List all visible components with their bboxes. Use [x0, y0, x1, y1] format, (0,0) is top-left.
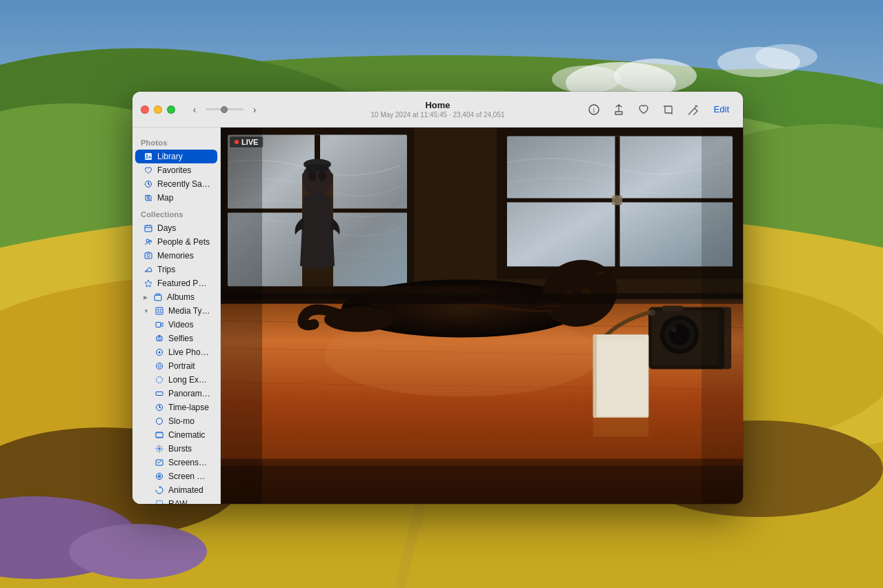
svg-rect-26	[665, 106, 672, 113]
svg-rect-69	[157, 501, 163, 505]
sidebar-item-people-pets[interactable]: People & Pets	[135, 235, 217, 249]
svg-point-112	[671, 327, 677, 332]
share-button[interactable]	[609, 100, 628, 119]
info-button[interactable]: i	[584, 100, 604, 119]
svg-rect-83	[612, 196, 622, 205]
edit-button[interactable]: Edit	[708, 101, 735, 117]
screenshots-icon	[155, 458, 164, 467]
sidebar-item-videos[interactable]: Videos	[141, 318, 217, 332]
library-label: Library	[157, 152, 183, 161]
sidebar-item-bursts[interactable]: Bursts	[141, 442, 217, 456]
trips-icon	[143, 265, 153, 274]
sidebar-item-raw[interactable]: RAW	[141, 497, 217, 504]
favorite-button[interactable]	[634, 100, 653, 119]
svg-rect-44	[156, 294, 160, 295]
sidebar-item-portrait[interactable]: Portrait	[141, 359, 217, 373]
nav-forward-button[interactable]: ›	[246, 101, 263, 118]
svg-rect-118	[597, 336, 646, 338]
sidebar-item-albums[interactable]: ▶ Albums	[135, 290, 217, 304]
svg-point-68	[158, 475, 161, 478]
live-badge-text: LIVE	[241, 138, 258, 146]
sidebar-item-favorites[interactable]: Favorites	[135, 163, 217, 177]
svg-rect-29	[145, 153, 152, 160]
svg-rect-91	[307, 165, 328, 172]
svg-point-65	[158, 447, 161, 450]
svg-rect-45	[156, 307, 163, 314]
slo-mo-icon	[155, 416, 164, 426]
screen-recording-icon	[155, 472, 164, 481]
featured-photos-icon	[143, 278, 153, 288]
svg-point-20	[614, 59, 697, 93]
sidebar: Photos Library Favorites Recently Saved	[132, 128, 221, 504]
maximize-button[interactable]	[167, 105, 175, 114]
people-pets-icon	[143, 237, 153, 247]
sidebar-item-days[interactable]: Days	[135, 221, 217, 235]
svg-point-58	[157, 377, 163, 383]
svg-rect-43	[155, 295, 161, 301]
photo-content	[221, 128, 743, 504]
toolbar-actions: i	[584, 100, 735, 119]
screen-recording-label: Screen Recordin…	[168, 472, 210, 481]
sidebar-item-slo-mo[interactable]: Slo-mo	[141, 414, 217, 428]
library-icon	[143, 152, 153, 161]
svg-rect-121	[593, 416, 648, 437]
sidebar-item-recently-saved[interactable]: Recently Saved	[135, 177, 217, 191]
retouch-button[interactable]	[684, 100, 703, 119]
svg-rect-49	[159, 312, 161, 314]
svg-rect-34	[145, 225, 152, 232]
long-exposure-icon	[155, 375, 164, 385]
sidebar-item-featured-photos[interactable]: Featured Photos	[135, 276, 217, 290]
sidebar-item-live-photos[interactable]: Live Photos	[141, 345, 217, 359]
sidebar-item-selfies[interactable]: Selfies	[141, 332, 217, 345]
crop-button[interactable]	[659, 100, 678, 119]
svg-rect-85	[414, 128, 497, 301]
selfies-label: Selfies	[168, 334, 193, 343]
days-icon	[143, 223, 153, 233]
sidebar-item-time-lapse[interactable]: Time-lapse	[141, 401, 217, 414]
title-area: Home 10 May 2024 at 11:45:45 · 23,404 of…	[370, 100, 504, 119]
sidebar-item-screenshots[interactable]: Screenshots	[141, 456, 217, 469]
map-icon	[143, 193, 153, 203]
people-pets-label: People & Pets	[157, 237, 210, 247]
trips-label: Trips	[157, 265, 175, 274]
sidebar-item-screen-recording[interactable]: Screen Recordin…	[141, 469, 217, 483]
svg-rect-48	[157, 312, 159, 314]
sidebar-item-library[interactable]: Library	[135, 150, 217, 163]
svg-rect-50	[156, 323, 161, 327]
sidebar-item-long-exposure[interactable]: Long Exposure	[141, 373, 217, 387]
minimize-button[interactable]	[154, 105, 162, 114]
svg-point-15	[69, 524, 207, 579]
svg-rect-124	[221, 294, 743, 304]
sidebar-item-panoramas[interactable]: Panoramas	[141, 387, 217, 401]
videos-label: Videos	[168, 320, 193, 330]
photo-display-area: LIVE	[221, 128, 743, 504]
map-label: Map	[157, 193, 173, 203]
albums-expand-arrow: ▶	[143, 294, 148, 301]
sidebar-item-animated[interactable]: Animated	[141, 483, 217, 497]
sidebar-item-cinematic[interactable]: Cinematic	[141, 428, 217, 442]
memories-label: Memories	[157, 251, 194, 261]
sidebar-item-media-types[interactable]: ▼ Media Types	[135, 304, 217, 318]
featured-photos-label: Featured Photos	[157, 278, 210, 288]
svg-point-30	[146, 154, 148, 156]
recently-saved-label: Recently Saved	[157, 179, 210, 189]
svg-point-23	[755, 44, 817, 69]
close-button[interactable]	[141, 105, 149, 114]
photo-slider-thumb[interactable]	[221, 106, 228, 113]
time-lapse-icon	[155, 403, 164, 412]
svg-rect-114	[662, 306, 683, 312]
sidebar-item-memories[interactable]: Memories	[135, 249, 217, 263]
svg-point-61	[157, 418, 163, 425]
long-exposure-label: Long Exposure	[168, 375, 210, 385]
media-types-icon	[155, 306, 164, 316]
memories-icon	[143, 251, 153, 261]
favorites-icon	[143, 165, 153, 175]
svg-point-21	[552, 65, 621, 93]
sidebar-item-trips[interactable]: Trips	[135, 263, 217, 276]
window-subtitle: 10 May 2024 at 11:45:45 · 23,404 of 24,0…	[370, 111, 504, 119]
sidebar-item-map[interactable]: Map	[135, 191, 217, 205]
main-content: Photos Library Favorites Recently Saved	[132, 128, 743, 504]
sidebar-section-collections: Collections	[132, 205, 220, 221]
svg-point-38	[146, 239, 149, 242]
nav-back-button[interactable]: ‹	[186, 101, 203, 118]
